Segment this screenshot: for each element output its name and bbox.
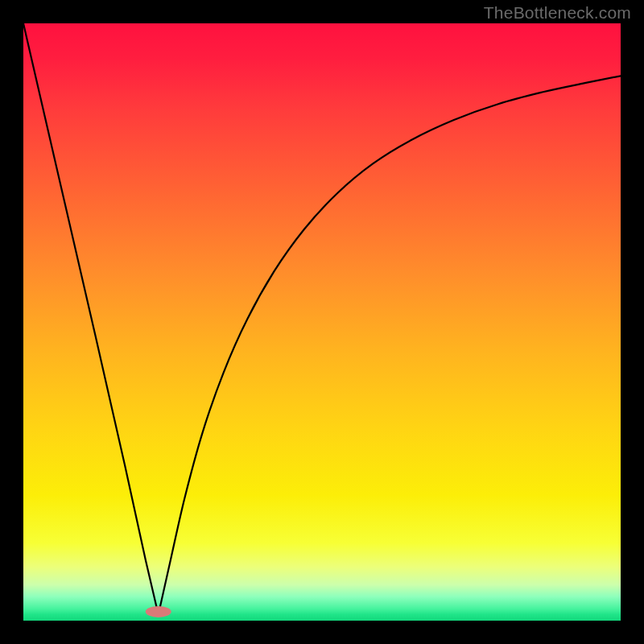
curve-right-segment	[159, 76, 621, 614]
plot-area	[23, 23, 621, 621]
chart-svg	[23, 23, 621, 621]
curve-left-segment	[23, 23, 159, 615]
minimum-marker	[146, 606, 171, 617]
watermark-label: TheBottleneck.com	[484, 3, 631, 23]
chart-frame: TheBottleneck.com	[0, 0, 644, 644]
